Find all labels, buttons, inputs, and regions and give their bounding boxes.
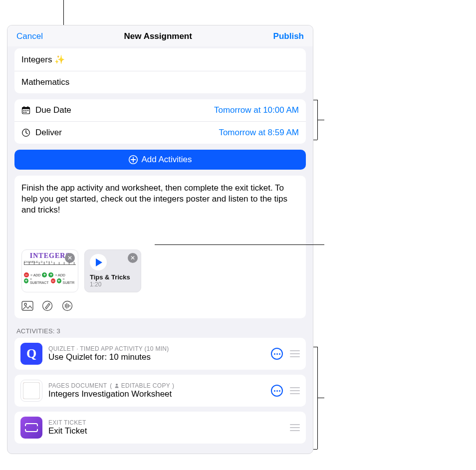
add-activities-button[interactable]: Add Activities — [14, 150, 306, 170]
drag-handle-icon[interactable] — [290, 387, 300, 394]
activity-title: Integers Investigation Worksheet — [48, 389, 265, 399]
svg-point-15 — [116, 384, 118, 386]
assignment-subject-value: Mathematics — [21, 77, 69, 87]
deliver-value: Tomorrow at 8:59 AM — [219, 128, 299, 138]
svg-rect-8 — [25, 112, 26, 113]
svg-rect-3 — [27, 106, 28, 108]
insert-drawing-icon[interactable] — [41, 300, 53, 311]
due-date-label: Due Date — [35, 105, 71, 115]
activity-meta: QUIZLET · TIMED APP ACTIVITY (10 MIN) — [48, 345, 265, 352]
assignment-name-field[interactable]: Integers ✨ — [14, 48, 306, 71]
activity-title: Exit Ticket — [48, 426, 284, 436]
drag-handle-icon[interactable] — [290, 350, 300, 357]
panel-header: Cancel New Assignment Publish — [7, 25, 313, 46]
svg-rect-2 — [24, 106, 25, 108]
callout-line — [317, 398, 324, 398]
svg-point-12 — [24, 303, 26, 305]
audio-title: Tips & Tricks — [90, 273, 136, 281]
name-subject-card: Integers ✨ Mathematics — [14, 48, 306, 93]
add-activities-label: Add Activities — [141, 155, 192, 165]
due-date-value: Tomorrow at 10:00 AM — [214, 105, 299, 115]
schedule-card: Due Date Tomorrow at 10:00 AM Deliver To… — [14, 99, 306, 144]
instructions-text[interactable]: Finish the app activity and worksheet, t… — [21, 183, 299, 242]
clock-icon — [21, 128, 30, 137]
activity-meta: PAGES DOCUMENT ( EDITABLE COPY) — [48, 382, 265, 389]
callout-bracket-cap — [313, 140, 317, 140]
attachment-poster[interactable]: ✕ INTEGERS EXAMPLE: -3 + 4 = 1 −= ADD ++… — [21, 249, 78, 292]
attachment-audio[interactable]: ✕ Tips & Tricks 1:20 — [84, 249, 141, 292]
due-date-row[interactable]: Due Date Tomorrow at 10:00 AM — [14, 99, 306, 121]
insert-image-icon[interactable] — [21, 300, 33, 311]
callout-bracket-cap — [313, 347, 317, 347]
activity-row-exit-ticket[interactable]: EXIT TICKET Exit Ticket — [14, 412, 306, 444]
activity-row-quizlet[interactable]: Q QUIZLET · TIMED APP ACTIVITY (10 MIN) … — [14, 338, 306, 370]
remove-attachment-icon[interactable]: ✕ — [128, 253, 138, 263]
callout-line-attachments — [155, 244, 324, 245]
remove-attachment-icon[interactable]: ✕ — [65, 253, 75, 263]
person-icon — [114, 383, 119, 388]
editable-copy-badge: ( EDITABLE COPY) — [110, 382, 174, 389]
drag-handle-icon[interactable] — [290, 424, 300, 431]
poster-rule-row: += SUBTRACT −+= SUBTR — [24, 277, 76, 284]
play-icon[interactable] — [90, 254, 107, 270]
svg-rect-1 — [22, 107, 30, 109]
exit-ticket-icon — [20, 417, 42, 439]
callout-bracket-cap — [313, 449, 317, 450]
publish-button[interactable]: Publish — [273, 31, 304, 41]
assignment-panel: Cancel New Assignment Publish Integers ✨… — [7, 25, 313, 454]
deliver-row[interactable]: Deliver Tomorrow at 8:59 AM — [14, 121, 306, 144]
deliver-label: Deliver — [35, 128, 62, 138]
editable-copy-text: EDITABLE COPY — [121, 382, 170, 389]
callout-bracket-cap — [313, 100, 317, 100]
number-line-graphic — [24, 264, 76, 271]
poster-rule-row: −= ADD ++= ADD — [24, 272, 76, 277]
activity-row-pages[interactable]: PAGES DOCUMENT ( EDITABLE COPY) Integers… — [14, 375, 306, 407]
attachments-row: ✕ INTEGERS EXAMPLE: -3 + 4 = 1 −= ADD ++… — [21, 249, 299, 292]
activity-more-button[interactable] — [271, 348, 283, 360]
calendar-icon — [21, 106, 30, 115]
svg-point-13 — [43, 301, 52, 311]
callout-line — [317, 120, 324, 120]
pages-document-icon — [20, 380, 42, 402]
cancel-button[interactable]: Cancel — [16, 31, 43, 41]
activity-more-button[interactable] — [271, 385, 283, 397]
svg-rect-5 — [25, 110, 26, 111]
svg-rect-6 — [27, 110, 28, 111]
assignment-name-value: Integers ✨ — [21, 54, 65, 65]
svg-rect-7 — [23, 112, 24, 113]
activity-title: Use Quizlet for: 10 minutes — [48, 352, 265, 362]
insert-audio-icon[interactable] — [61, 300, 73, 311]
instructions-card: Finish the app activity and worksheet, t… — [14, 176, 306, 318]
assignment-subject-field[interactable]: Mathematics — [14, 71, 306, 93]
svg-rect-4 — [23, 110, 24, 111]
quizlet-app-icon: Q — [20, 343, 42, 365]
plus-circle-icon — [128, 155, 138, 165]
activity-meta: EXIT TICKET — [48, 419, 284, 426]
svg-point-14 — [63, 301, 72, 311]
media-toolbar — [21, 300, 299, 311]
panel-title: New Assignment — [124, 31, 192, 41]
audio-duration: 1:20 — [90, 281, 136, 288]
activity-meta-text: PAGES DOCUMENT — [48, 382, 107, 389]
activities-section-label: ACTIVITIES: 3 — [16, 327, 304, 335]
